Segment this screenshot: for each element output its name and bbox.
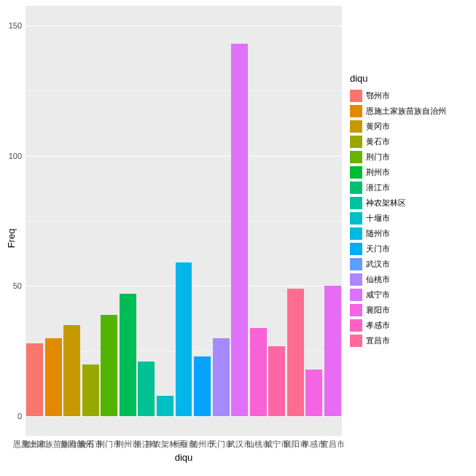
legend-key [350,335,362,347]
y-tick-label: 50 [13,281,22,290]
legend-item: 天门市 [350,241,474,257]
legend-label: 十堰市 [366,213,390,224]
x-axis: diqu 鄂州市恩施土家族苗族自治州黄冈市黄石市荆门市荆州市潜江市神农架林区十堰… [26,437,342,467]
legend-label: 黄冈市 [366,121,390,132]
bar [82,364,99,417]
y-tick-label: 100 [9,152,22,160]
legend-label: 黄石市 [366,136,390,147]
legend-item: 十堰市 [350,211,474,226]
legend-key [350,319,362,332]
bar [213,338,230,416]
legend-label: 恩施土家族苗族自治州 [366,106,446,117]
gridline-major [26,26,342,26]
gridline-major [26,416,342,417]
bar [305,370,322,416]
bar [63,325,80,416]
legend-item: 黄石市 [350,134,474,149]
legend-item: 仙桃市 [350,272,474,287]
legend-label: 荆州市 [366,167,390,178]
legend-key [350,258,362,270]
bar [250,328,267,417]
bar [176,262,192,416]
legend-label: 武汉市 [366,259,390,270]
bar [138,362,155,416]
bar [120,294,136,416]
legend-key [350,212,362,225]
legend-label: 孝感市 [366,320,390,331]
legend-key [350,289,362,301]
legend-key [350,90,362,102]
legend-item: 神农架林区 [350,195,474,211]
y-tick-label: 0 [17,412,22,421]
legend-key [350,197,362,209]
legend-item: 荆门市 [350,149,474,165]
chart-container: Freq 050100150 diqu 鄂州市恩施土家族苗族自治州黄冈市黄石市荆… [0,0,476,476]
gridline-minor [26,90,342,91]
legend-key [350,136,362,148]
legend-item: 咸宁市 [350,287,474,303]
legend-key [350,151,362,163]
bar [287,289,304,416]
bar [26,343,43,416]
legend-key [350,105,362,117]
bar [194,356,211,416]
plot-panel [26,6,342,436]
legend-item: 恩施土家族苗族自治州 [350,104,474,119]
legend-item: 随州市 [350,226,474,241]
legend-label: 仙桃市 [366,274,390,285]
legend-item: 潜江市 [350,180,474,195]
bar [231,44,248,416]
legend-label: 天门市 [366,243,390,254]
legend-item: 孝感市 [350,318,474,333]
x-tick-label: 宜昌市 [321,439,345,450]
bar [157,396,173,417]
gridline-minor [26,221,342,222]
legend: diqu 鄂州市恩施土家族苗族自治州黄冈市黄石市荆门市荆州市潜江市神农架林区十堰… [350,73,474,348]
legend-item: 鄂州市 [350,88,474,104]
bar [101,315,117,416]
legend-item: 黄冈市 [350,119,474,134]
legend-key [350,182,362,194]
legend-label: 襄阳市 [366,305,390,316]
legend-item: 荆州市 [350,165,474,180]
legend-key [350,304,362,316]
legend-item: 襄阳市 [350,303,474,318]
legend-item: 宜昌市 [350,333,474,348]
y-tick-label: 150 [9,21,22,30]
bar [268,346,285,417]
bar [45,338,62,416]
legend-label: 荆门市 [366,152,390,163]
legend-key [350,273,362,286]
legend-title: diqu [350,73,474,84]
legend-key [350,227,362,240]
legend-key [350,243,362,255]
bar [324,286,341,416]
legend-label: 神农架林区 [366,198,406,208]
legend-label: 随州市 [366,228,390,239]
x-axis-title: diqu [175,452,193,463]
y-axis: 050100150 [0,6,25,436]
legend-label: 咸宁市 [366,289,390,300]
legend-label: 鄂州市 [366,90,390,101]
gridline-major [26,156,342,157]
legend-key [350,120,362,133]
legend-label: 宜昌市 [366,335,390,346]
legend-key [350,166,362,179]
legend-item: 武汉市 [350,257,474,272]
legend-label: 潜江市 [366,182,390,193]
